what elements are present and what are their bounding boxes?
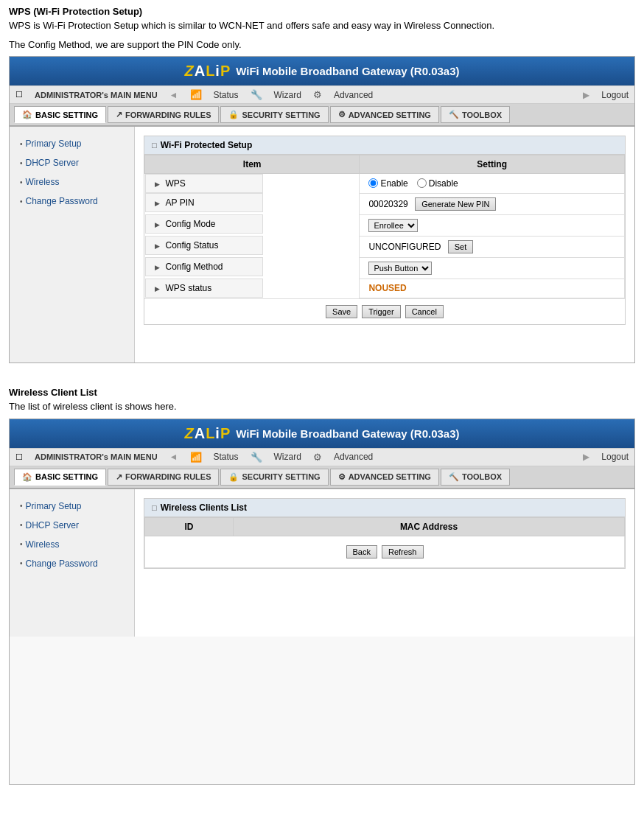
nav-wizard[interactable]: Wizard bbox=[274, 90, 301, 100]
sidebar-wps: Primary Setup DHCP Server Wireless Chang… bbox=[10, 127, 135, 363]
wps-desc-2: The Config Method, we are support the PI… bbox=[9, 38, 635, 52]
tab-basic-setting[interactable]: 🏠 BASIC SETTING bbox=[14, 106, 106, 123]
config-method-setting: Push Button bbox=[360, 257, 625, 279]
refresh-button[interactable]: Refresh bbox=[382, 545, 424, 558]
logo-wcl: ZALiP bbox=[184, 425, 230, 442]
wps-radio-group: Enable Disable bbox=[368, 178, 615, 189]
toolbox-icon2: 🔨 bbox=[449, 472, 459, 482]
gateway-header-wcl: ZALiP WiFi Mobile Broadband Gateway (R0.… bbox=[10, 419, 634, 448]
nav-checkbox-icon2: ☐ bbox=[15, 452, 23, 462]
nav-status2[interactable]: Status bbox=[214, 452, 239, 462]
wps-section: WPS (Wi-Fi Protection Setup) WPS is Wi-F… bbox=[9, 6, 635, 363]
nav-status[interactable]: Status bbox=[214, 90, 239, 100]
back-button[interactable]: Back bbox=[346, 545, 377, 558]
table-row: Config Status UNCONFIGURED Set bbox=[145, 236, 625, 257]
nav-wizard2[interactable]: Wizard bbox=[274, 452, 301, 462]
gateway-frame-wcl: ZALiP WiFi Mobile Broadband Gateway (R0.… bbox=[9, 418, 635, 785]
page-wrapper: WPS (Wi-Fi Protection Setup) WPS is Wi-F… bbox=[0, 0, 644, 804]
row-arrow-icon bbox=[155, 283, 163, 293]
wps-item-label: WPS bbox=[145, 174, 263, 193]
nav-bar-wcl: ☐ ADMINISTRATOR's MAIN MENU ◄ 📶 Status 🔧… bbox=[10, 448, 634, 466]
gateway-title-wps: WiFi Mobile Broadband Gateway (R0.03a3) bbox=[236, 65, 459, 77]
wps-disable-label[interactable]: Disable bbox=[417, 178, 458, 189]
sidebar-item-wireless[interactable]: Wireless bbox=[10, 172, 134, 192]
table-row: AP PIN 00020329 Generate New PIN bbox=[145, 193, 625, 214]
wps-disable-radio[interactable] bbox=[417, 178, 427, 188]
gateway-frame-wps: ZALiP WiFi Mobile Broadband Gateway (R0.… bbox=[9, 56, 635, 363]
save-button[interactable]: Save bbox=[326, 305, 357, 318]
wps-status-value: NOUSED bbox=[368, 283, 406, 293]
wps-panel-title: Wi-Fi Protected Setup bbox=[144, 136, 625, 155]
ap-pin-value: 00020329 bbox=[368, 199, 407, 209]
forwarding-icon: ↗ bbox=[116, 110, 122, 119]
row-arrow-icon bbox=[155, 197, 163, 208]
nav-checkbox-icon: ☐ bbox=[15, 90, 23, 99]
table-row: WPS Enable bbox=[145, 174, 625, 194]
advanced-setting-icon2: ⚙ bbox=[338, 472, 346, 482]
sidebar2-item-wireless[interactable]: Wireless bbox=[10, 535, 134, 554]
sidebar-item-dhcp-server[interactable]: DHCP Server bbox=[10, 153, 134, 172]
content-wcl: Primary Setup DHCP Server Wireless Chang… bbox=[10, 489, 634, 637]
wps-action-row: Save Trigger Cancel bbox=[144, 298, 625, 324]
wcl-desc-1: The list of wireless client is shows her… bbox=[9, 399, 635, 414]
col-mac-address: MAC Address bbox=[234, 517, 625, 536]
sidebar2-item-change-password[interactable]: Change Password bbox=[10, 554, 134, 573]
bottom-space bbox=[10, 637, 634, 784]
wcl-client-table: ID MAC Address Back Refresh bbox=[144, 517, 625, 568]
table-row: Config Method Push Button bbox=[145, 257, 625, 279]
sidebar-item-change-password[interactable]: Change Password bbox=[10, 192, 134, 211]
wcl-section: Wireless Client List The list of wireles… bbox=[9, 387, 635, 785]
gateway-title-wcl: WiFi Mobile Broadband Gateway (R0.03a3) bbox=[236, 427, 459, 440]
nav-admin-label[interactable]: ADMINISTRATOR's MAIN MENU bbox=[35, 91, 158, 99]
table-row: WPS status NOUSED bbox=[145, 279, 625, 298]
status-icon: 📶 bbox=[190, 89, 202, 100]
set-button[interactable]: Set bbox=[448, 240, 474, 253]
wps-title: WPS (Wi-Fi Protection Setup) bbox=[9, 6, 635, 17]
trigger-button[interactable]: Trigger bbox=[362, 305, 400, 318]
sidebar-wcl: Primary Setup DHCP Server Wireless Chang… bbox=[10, 489, 135, 637]
cancel-button[interactable]: Cancel bbox=[405, 305, 444, 318]
forwarding-icon2: ↗ bbox=[116, 472, 122, 482]
wps-status-setting: NOUSED bbox=[360, 279, 625, 298]
sidebar2-item-primary-setup[interactable]: Primary Setup bbox=[10, 497, 134, 516]
table-row: Config Mode Enrollee bbox=[145, 214, 625, 236]
tab-advanced-setting[interactable]: ⚙ ADVANCED SETTING bbox=[330, 106, 439, 123]
config-status-item-label: Config Status bbox=[145, 236, 263, 255]
tab-forwarding-rules[interactable]: ↗ FORWARDING RULES bbox=[108, 106, 220, 123]
sidebar2-item-dhcp-server[interactable]: DHCP Server bbox=[10, 516, 134, 535]
security-icon2: 🔒 bbox=[228, 472, 239, 482]
security-icon: 🔒 bbox=[228, 110, 239, 119]
tab-advanced-setting2[interactable]: ⚙ ADVANCED SETTING bbox=[330, 469, 439, 486]
nav-advanced[interactable]: Advanced bbox=[334, 90, 373, 100]
nav-logout[interactable]: Logout bbox=[601, 90, 629, 100]
config-mode-select[interactable]: Enrollee bbox=[368, 219, 418, 232]
wps-status-item-label: WPS status bbox=[145, 279, 263, 298]
row-arrow-icon bbox=[155, 262, 163, 272]
ap-pin-item-label: AP PIN bbox=[145, 193, 263, 212]
tab-security-setting[interactable]: 🔒 SECURITY SETTING bbox=[220, 106, 328, 123]
wps-enable-radio[interactable] bbox=[368, 178, 378, 188]
nav-advanced2[interactable]: Advanced bbox=[334, 452, 373, 462]
advanced-setting-icon: ⚙ bbox=[338, 110, 346, 119]
tab-toolbox2[interactable]: 🔨 TOOLBOX bbox=[441, 469, 510, 486]
wps-desc-1: WPS is Wi-Fi Protection Setup which is s… bbox=[9, 18, 635, 33]
wizard-icon2: 🔧 bbox=[251, 452, 262, 463]
tab-security-setting2[interactable]: 🔒 SECURITY SETTING bbox=[220, 469, 328, 486]
generate-pin-button[interactable]: Generate New PIN bbox=[415, 197, 496, 211]
col-item: Item bbox=[145, 155, 360, 174]
wps-enable-label[interactable]: Enable bbox=[368, 178, 407, 189]
tab-toolbox[interactable]: 🔨 TOOLBOX bbox=[441, 106, 510, 123]
config-status-setting: UNCONFIGURED Set bbox=[360, 236, 625, 257]
col-setting: Setting bbox=[360, 155, 625, 174]
config-method-item-label: Config Method bbox=[145, 257, 263, 276]
nav-logout2[interactable]: Logout bbox=[601, 452, 629, 462]
toolbox-icon: 🔨 bbox=[449, 110, 459, 119]
nav-admin-label2[interactable]: ADMINISTRATOR's MAIN MENU bbox=[35, 452, 158, 461]
menu-tabs-wcl: 🏠 BASIC SETTING ↗ FORWARDING RULES 🔒 SEC… bbox=[10, 466, 634, 489]
config-method-select[interactable]: Push Button bbox=[368, 262, 432, 275]
tab-basic-setting2[interactable]: 🏠 BASIC SETTING bbox=[14, 469, 106, 486]
tab-forwarding-rules2[interactable]: ↗ FORWARDING RULES bbox=[108, 469, 220, 486]
main-panel-wcl: Wireless Clients List ID MAC Address bbox=[135, 489, 634, 637]
sidebar-item-primary-setup[interactable]: Primary Setup bbox=[10, 134, 134, 153]
wps-panel-box: Wi-Fi Protected Setup Item Setting bbox=[144, 136, 626, 325]
